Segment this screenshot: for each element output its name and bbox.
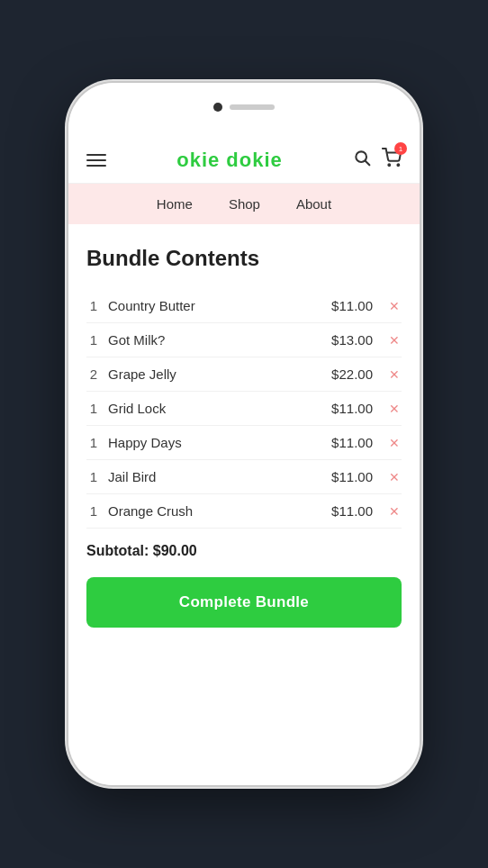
bundle-item: 1 Happy Days $11.00 ✕ bbox=[86, 426, 402, 460]
nav-item-about[interactable]: About bbox=[296, 196, 331, 212]
logo: okie dokie bbox=[176, 149, 283, 172]
item-qty: 1 bbox=[86, 332, 101, 348]
item-name: Grape Jelly bbox=[108, 366, 324, 382]
header-icons: 1 bbox=[353, 148, 402, 172]
subtotal-row: Subtotal: $90.00 bbox=[86, 529, 402, 577]
item-name: Country Butter bbox=[108, 298, 324, 313]
bundle-item: 1 Country Butter $11.00 ✕ bbox=[86, 289, 402, 323]
svg-point-2 bbox=[388, 164, 390, 166]
speaker bbox=[230, 104, 275, 110]
item-name: Jail Bird bbox=[108, 469, 324, 484]
nav-bar: Home Shop About bbox=[68, 184, 420, 224]
hamburger-line-1 bbox=[86, 154, 106, 156]
item-qty: 1 bbox=[86, 469, 101, 484]
item-name: Grid Lock bbox=[108, 401, 324, 416]
phone-frame: okie dokie 1 bbox=[68, 83, 420, 785]
item-remove-button[interactable]: ✕ bbox=[387, 299, 402, 313]
item-price: $11.00 bbox=[331, 503, 373, 519]
complete-bundle-button[interactable]: Complete Bundle bbox=[86, 577, 402, 628]
item-price: $13.00 bbox=[331, 332, 373, 348]
item-qty: 2 bbox=[86, 366, 101, 382]
item-price: $11.00 bbox=[331, 469, 373, 484]
subtotal-text: Subtotal: $90.00 bbox=[86, 543, 197, 558]
bundle-list: 1 Country Butter $11.00 ✕ 1 Got Milk? $1… bbox=[86, 289, 402, 529]
cart-icon[interactable]: 1 bbox=[382, 148, 402, 172]
item-remove-button[interactable]: ✕ bbox=[387, 436, 402, 450]
item-qty: 1 bbox=[86, 401, 101, 416]
item-remove-button[interactable]: ✕ bbox=[387, 367, 402, 382]
item-remove-button[interactable]: ✕ bbox=[387, 333, 402, 348]
bundle-item: 1 Got Milk? $13.00 ✕ bbox=[86, 323, 402, 357]
item-remove-button[interactable]: ✕ bbox=[387, 402, 402, 416]
item-name: Happy Days bbox=[108, 435, 324, 450]
item-remove-button[interactable]: ✕ bbox=[387, 504, 402, 519]
item-name: Got Milk? bbox=[108, 332, 324, 348]
nav-item-shop[interactable]: Shop bbox=[229, 196, 260, 212]
svg-point-3 bbox=[397, 164, 399, 166]
item-price: $11.00 bbox=[331, 435, 373, 450]
hamburger-line-3 bbox=[86, 165, 106, 167]
bundle-item: 2 Grape Jelly $22.00 ✕ bbox=[86, 357, 402, 392]
item-remove-button[interactable]: ✕ bbox=[387, 470, 402, 484]
notch-area bbox=[190, 99, 298, 115]
item-price: $11.00 bbox=[331, 298, 373, 313]
item-qty: 1 bbox=[86, 298, 101, 313]
nav-item-home[interactable]: Home bbox=[157, 196, 193, 212]
header: okie dokie 1 bbox=[68, 137, 420, 184]
phone-screen: okie dokie 1 bbox=[68, 137, 420, 785]
bundle-item: 1 Grid Lock $11.00 ✕ bbox=[86, 392, 402, 426]
search-icon[interactable] bbox=[353, 149, 371, 171]
svg-line-1 bbox=[366, 161, 370, 166]
content: Bundle Contents 1 Country Butter $11.00 … bbox=[68, 224, 420, 785]
item-price: $22.00 bbox=[331, 366, 373, 382]
hamburger-line-2 bbox=[86, 159, 106, 161]
cart-badge: 1 bbox=[394, 142, 407, 155]
page-title: Bundle Contents bbox=[86, 246, 402, 271]
hamburger-menu-button[interactable] bbox=[86, 154, 106, 167]
camera bbox=[213, 103, 222, 112]
bundle-item: 1 Jail Bird $11.00 ✕ bbox=[86, 460, 402, 494]
bundle-item: 1 Orange Crush $11.00 ✕ bbox=[86, 494, 402, 529]
item-qty: 1 bbox=[86, 435, 101, 450]
item-name: Orange Crush bbox=[108, 503, 324, 519]
item-qty: 1 bbox=[86, 503, 101, 519]
item-price: $11.00 bbox=[331, 401, 373, 416]
